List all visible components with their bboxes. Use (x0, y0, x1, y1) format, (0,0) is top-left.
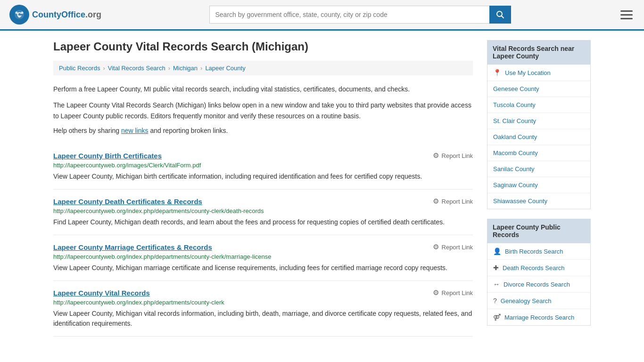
nearby-link[interactable]: Genesee County (487, 81, 590, 97)
report-label: Report Link (442, 152, 473, 159)
report-label: Report Link (442, 289, 473, 296)
resource-url[interactable]: http://lapeercountyweb.org/index.php/dep… (53, 299, 473, 306)
nearby-link[interactable]: Tuscola County (487, 97, 590, 113)
resource-header: Lapeer County Marriage Certificates & Re… (53, 243, 473, 251)
site-header: C CountyOffice.org (0, 0, 644, 31)
report-icon: ⚙ (433, 243, 439, 251)
report-label: Report Link (442, 198, 473, 205)
public-records-link[interactable]: 👤 Birth Records Search (487, 243, 590, 259)
nearby-list-item: Tuscola County (487, 97, 590, 113)
nearby-label: Genesee County (493, 85, 539, 92)
nearby-list-item: Genesee County (487, 81, 590, 97)
public-records-link[interactable]: ? Genealogy Search (487, 293, 590, 309)
search-input[interactable] (209, 6, 489, 24)
svg-point-5 (18, 16, 21, 18)
nearby-label: Saginaw County (493, 181, 538, 189)
nearby-label: Macomb County (493, 149, 538, 156)
nearby-header: Vital Records Search near Lapeer County (487, 40, 591, 65)
public-records-list: 👤 Birth Records Search ✚ Death Records S… (487, 243, 591, 326)
public-list-item: ? Genealogy Search (487, 293, 590, 309)
resource-title[interactable]: Lapeer County Marriage Certificates & Re… (53, 243, 212, 251)
public-list-item: ↔ Divorce Records Search (487, 276, 590, 293)
resource-item: Lapeer County Marriage Certificates & Re… (53, 235, 473, 281)
resource-desc: View Lapeer County, Michigan vital recor… (53, 309, 473, 329)
nearby-link[interactable]: Shiawassee County (487, 193, 590, 209)
public-records-link[interactable]: ✚ Death Records Search (487, 260, 590, 276)
public-records-icon: ↔ (493, 280, 500, 288)
resource-url[interactable]: http://lapeercountyweb.org/images/Clerk/… (53, 162, 473, 169)
nearby-list-item: St. Clair County (487, 113, 590, 129)
page-title: Lapeer County Vital Records Search (Mich… (53, 40, 473, 53)
nearby-link[interactable]: St. Clair County (487, 113, 590, 129)
new-links-link[interactable]: new links (121, 127, 149, 134)
menu-button[interactable] (619, 8, 635, 21)
report-icon: ⚙ (433, 197, 439, 206)
nearby-label: Oakland County (493, 133, 537, 140)
public-records-section: Lapeer County Public Records 👤 Birth Rec… (487, 219, 591, 326)
report-link[interactable]: ⚙ Report Link (433, 288, 473, 297)
breadcrumb-michigan[interactable]: Michigan (173, 65, 198, 72)
resource-url[interactable]: http://lapeercountyweb.org/index.php/dep… (53, 253, 473, 260)
report-link[interactable]: ⚙ Report Link (433, 197, 473, 206)
resource-desc: View Lapeer County, Michigan birth certi… (53, 172, 473, 181)
resource-title[interactable]: Lapeer County Vital Records (53, 289, 150, 297)
public-records-link[interactable]: ⚤ Marriage Records Search (487, 309, 590, 325)
nearby-label: Use My Location (505, 69, 551, 76)
public-records-link[interactable]: ↔ Divorce Records Search (487, 276, 590, 292)
report-link[interactable]: ⚙ Report Link (433, 151, 473, 160)
resource-item: Lapeer County Death Certificates & Recor… (53, 189, 473, 235)
breadcrumb-vital-records[interactable]: Vital Records Search (108, 65, 165, 72)
resource-title[interactable]: Lapeer County Death Certificates & Recor… (53, 197, 202, 206)
nearby-link[interactable]: Saginaw County (487, 177, 590, 193)
breadcrumb-lapeer[interactable]: Lapeer County (205, 65, 245, 72)
nearby-list-item: Macomb County (487, 145, 590, 161)
breadcrumb-sep: › (168, 65, 170, 72)
search-button[interactable] (489, 6, 511, 24)
public-records-header: Lapeer County Public Records (487, 219, 591, 243)
report-link[interactable]: ⚙ Report Link (433, 243, 473, 251)
svg-point-4 (21, 12, 24, 14)
report-label: Report Link (442, 244, 473, 251)
public-records-label: Divorce Records Search (504, 281, 570, 288)
breadcrumb-sep: › (200, 65, 202, 72)
nearby-section: Vital Records Search near Lapeer County … (487, 40, 591, 209)
content-area: Lapeer County Vital Records Search (Mich… (53, 40, 473, 337)
share-line: Help others by sharing new links and rep… (53, 127, 473, 134)
resource-title[interactable]: Lapeer County Birth Certificates (53, 152, 162, 160)
search-icon (496, 10, 504, 19)
public-records-icon: ✚ (493, 264, 499, 272)
resource-url[interactable]: http://lapeercountyweb.org/index.php/dep… (53, 207, 473, 214)
intro-paragraph-2: The Lapeer County Vital Records Search (… (53, 100, 473, 121)
resource-header: Lapeer County Vital Records ⚙ Report Lin… (53, 288, 473, 297)
nearby-label: Shiawassee County (493, 197, 547, 205)
hamburger-line (620, 18, 633, 19)
nearby-link[interactable]: 📍Use My Location (487, 65, 590, 81)
nearby-link[interactable]: Oakland County (487, 129, 590, 145)
public-records-icon: ? (493, 297, 497, 304)
main-container: Lapeer County Vital Records Search (Mich… (39, 31, 605, 346)
nearby-list-item: 📍Use My Location (487, 65, 590, 81)
nearby-link[interactable]: Macomb County (487, 145, 590, 161)
nearby-label: St. Clair County (493, 117, 536, 124)
public-records-label: Death Records Search (503, 264, 565, 272)
public-records-label: Genealogy Search (501, 297, 552, 304)
breadcrumb: Public Records › Vital Records Search › … (53, 61, 473, 75)
public-list-item: ✚ Death Records Search (487, 260, 590, 276)
breadcrumb-public-records[interactable]: Public Records (59, 65, 100, 72)
hamburger-line (620, 10, 633, 12)
public-records-icon: ⚤ (493, 313, 501, 321)
breadcrumb-sep: › (103, 65, 105, 72)
svg-point-3 (16, 12, 18, 14)
nearby-link[interactable]: Sanilac County (487, 161, 590, 177)
intro-paragraph-1: Perform a free Lapeer County, MI public … (53, 84, 473, 94)
nearby-list-item: Shiawassee County (487, 193, 590, 209)
public-records-label: Marriage Records Search (504, 314, 574, 321)
nearby-label: Sanilac County (493, 165, 534, 173)
resource-desc: View Lapeer County, Michigan marriage ce… (53, 263, 473, 273)
logo-area: C CountyOffice.org (9, 5, 101, 25)
resource-header: Lapeer County Death Certificates & Recor… (53, 197, 473, 206)
svg-line-7 (501, 16, 504, 18)
logo-icon: C (9, 5, 29, 25)
report-icon: ⚙ (433, 288, 439, 297)
public-list-item: 👤 Birth Records Search (487, 243, 590, 260)
